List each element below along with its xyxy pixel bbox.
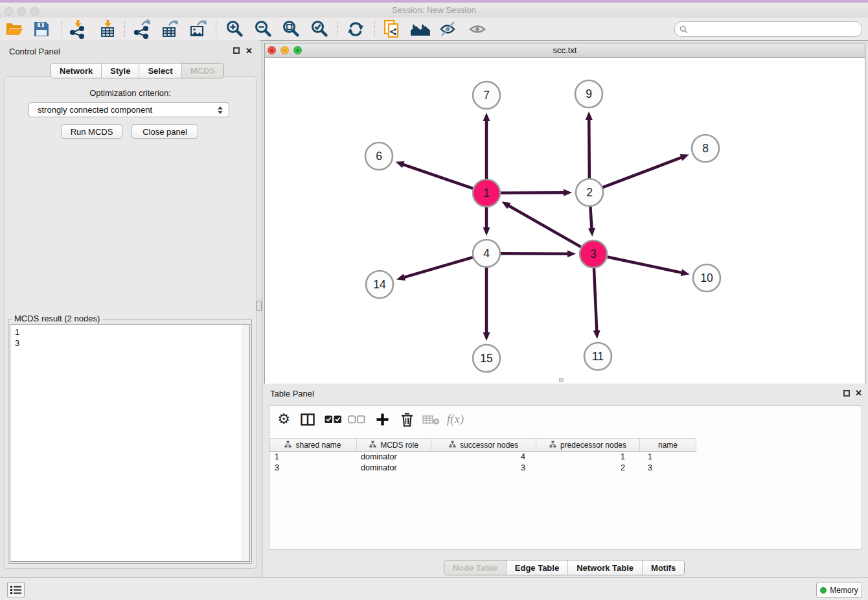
float-panel-icon[interactable] — [233, 47, 240, 54]
criterion-dropdown-value: strongly connected component — [29, 105, 218, 115]
memory-label: Memory — [830, 586, 858, 595]
float-table-panel-icon[interactable] — [843, 390, 850, 397]
graph-edge-4-3[interactable] — [501, 253, 569, 254]
cell-name[interactable]: 3 — [640, 463, 696, 472]
export-network-icon[interactable] — [131, 18, 153, 40]
import-table-icon[interactable] — [97, 18, 119, 40]
split-view-icon[interactable] — [298, 410, 317, 429]
graph-edge-3-10[interactable] — [608, 257, 683, 273]
edge-arrowhead — [483, 332, 490, 341]
graph-edge-2-9[interactable] — [589, 118, 589, 178]
open-session-icon[interactable] — [3, 18, 25, 40]
cell-successor-nodes[interactable]: 4 — [431, 452, 536, 461]
add-column-icon[interactable] — [372, 410, 392, 429]
toolbar-separator — [124, 21, 125, 37]
graph-node-label: 3 — [590, 248, 597, 260]
window-resize-grip[interactable] — [559, 378, 564, 382]
table-row[interactable]: 1dominator411 — [269, 451, 696, 462]
export-web-icon[interactable] — [381, 18, 403, 40]
graph-edge-3-1[interactable] — [507, 205, 581, 247]
export-table-icon[interactable] — [159, 18, 181, 40]
cell-successor-nodes[interactable]: 3 — [431, 463, 536, 472]
toolbar-separator — [216, 21, 216, 37]
application-window: Session: New Session — [0, 0, 868, 600]
zoom-selected-icon[interactable] — [308, 18, 330, 40]
refresh-icon[interactable] — [345, 18, 367, 40]
column-label: MCDS role — [380, 441, 418, 450]
delete-rows-icon[interactable] — [397, 410, 417, 429]
cell-shared-name[interactable]: 1 — [269, 452, 357, 461]
table-tab-network-table[interactable]: Network Table — [568, 560, 643, 575]
cell-predecessor-nodes[interactable]: 1 — [536, 452, 640, 461]
network-graph[interactable]: 7968124314101511 — [265, 58, 865, 384]
result-scrollbar[interactable] — [242, 325, 249, 561]
close-panel-icon[interactable]: ✕ — [246, 47, 253, 55]
criterion-dropdown[interactable]: strongly connected component — [29, 102, 229, 117]
graph-node-label: 15 — [480, 352, 492, 365]
network-window-title: scc.txt — [265, 45, 865, 55]
tab-mcds[interactable]: MCDS — [182, 63, 223, 78]
column-header-predecessor-nodes[interactable]: predecessor nodes — [536, 439, 640, 451]
tab-style[interactable]: Style — [102, 63, 139, 78]
zoom-fit-icon[interactable] — [280, 18, 302, 40]
table-tab-edge-table[interactable]: Edge Table — [507, 560, 568, 575]
graph-edge-3-11[interactable] — [594, 268, 597, 332]
column-header-shared-name[interactable]: shared name — [269, 439, 357, 451]
table-panel-title: Table Panel — [270, 389, 314, 398]
export-image-icon[interactable] — [187, 18, 209, 40]
edge-arrowhead — [588, 228, 595, 237]
graph-node-label: 7 — [483, 89, 490, 102]
graph-edge-2-3[interactable] — [590, 207, 591, 230]
cell-MCDS-role[interactable]: dominator — [357, 452, 431, 461]
table-row[interactable]: 3dominator323 — [269, 462, 696, 473]
mcds-result-area[interactable]: 1 3 — [10, 324, 250, 562]
zoom-out-icon[interactable] — [252, 18, 274, 40]
settings-icon[interactable]: ⚙ — [274, 410, 293, 429]
column-label: successor nodes — [460, 441, 518, 450]
tab-select[interactable]: Select — [139, 63, 181, 78]
mcds-result-groupbox: MCDS result (2 nodes) 1 3 — [8, 319, 252, 564]
cell-shared-name[interactable]: 3 — [269, 463, 357, 472]
node-table: ⚙ f(x) shared nameMCDS rolesuccessor nod… — [269, 405, 862, 549]
column-label: name — [658, 441, 678, 450]
network-canvas[interactable]: 7968124314101511 — [265, 58, 865, 384]
splitter-handle[interactable] — [257, 301, 262, 311]
column-header-successor-nodes[interactable]: successor nodes — [431, 439, 536, 451]
graph-edge-1-2[interactable] — [501, 192, 565, 193]
tab-network[interactable]: Network — [51, 63, 102, 78]
close-panel-button[interactable]: Close panel — [131, 124, 198, 139]
memory-button[interactable]: Memory — [816, 582, 862, 598]
graph-edge-2-8[interactable] — [603, 157, 683, 187]
home-icon[interactable] — [409, 18, 431, 40]
function-builder-icon[interactable]: f(x) — [446, 410, 465, 429]
column-header-MCDS-role[interactable]: MCDS role — [357, 439, 431, 451]
cell-predecessor-nodes[interactable]: 2 — [536, 463, 640, 472]
delete-table-icon[interactable] — [421, 410, 440, 429]
network-view-window: × – + scc.txt 7968124314101511 — [264, 43, 865, 384]
search-field[interactable] — [674, 21, 862, 37]
select-all-icon[interactable] — [323, 410, 343, 429]
column-header-name[interactable]: name — [640, 439, 696, 451]
graph-node-label: 9 — [586, 87, 592, 100]
deselect-all-icon[interactable] — [347, 410, 366, 429]
import-network-icon[interactable] — [67, 18, 89, 40]
table-tab-motifs[interactable]: Motifs — [643, 560, 684, 575]
graph-node-label: 8 — [702, 142, 709, 155]
show-graphics-details-icon[interactable] — [437, 18, 459, 40]
birdseye-view-icon[interactable] — [466, 18, 488, 40]
graph-edge-1-6[interactable] — [402, 164, 473, 189]
cell-name[interactable]: 1 — [640, 452, 696, 461]
task-history-button[interactable] — [7, 582, 25, 597]
run-mcds-button[interactable]: Run MCDS — [61, 124, 122, 139]
graph-edge-4-14[interactable] — [403, 257, 473, 278]
cell-MCDS-role[interactable]: dominator — [357, 463, 431, 472]
table-tab-node-table[interactable]: Node Table — [444, 560, 507, 575]
titlebar: Session: New Session — [0, 3, 868, 18]
search-input[interactable] — [688, 23, 862, 35]
control-panel-tabs: NetworkStyleSelectMCDS — [51, 63, 224, 78]
network-window-titlebar[interactable]: × – + scc.txt — [265, 43, 865, 58]
close-table-panel-icon[interactable]: ✕ — [855, 389, 862, 397]
zoom-in-icon[interactable] — [223, 18, 246, 40]
edge-arrowhead — [593, 330, 600, 339]
save-session-icon[interactable] — [30, 18, 52, 40]
